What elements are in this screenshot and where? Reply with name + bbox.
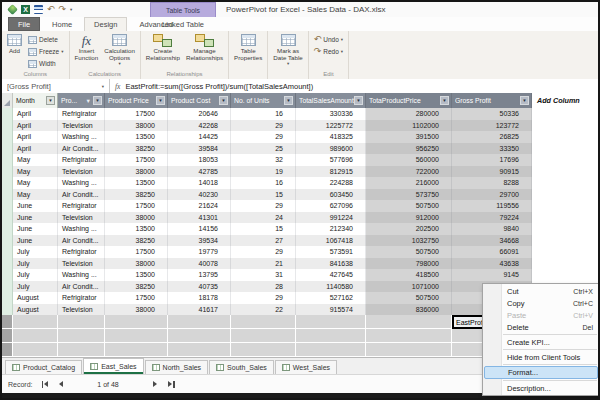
- cell-total_sales_amount[interactable]: 573591: [296, 246, 366, 258]
- cell-units[interactable]: 15: [231, 189, 296, 201]
- cell-month[interactable]: April: [13, 143, 58, 155]
- ribbon-button-mark-as-date-table[interactable]: Mark asDate Table▾: [271, 33, 304, 68]
- calc-cell[interactable]: [231, 315, 296, 329]
- cell-total_sales_amount[interactable]: 418325: [296, 131, 366, 143]
- cell-gross_profit[interactable]: 43638: [452, 258, 532, 270]
- row-selector[interactable]: [2, 143, 13, 155]
- cell-product_cost[interactable]: 40230: [168, 189, 231, 201]
- cell-product_cost[interactable]: 41617: [168, 304, 231, 316]
- calc-row-selector[interactable]: [2, 315, 13, 329]
- cell-product_cost[interactable]: 20646: [168, 108, 231, 120]
- tab-design[interactable]: Design: [84, 17, 127, 31]
- cell-units[interactable]: 22: [231, 304, 296, 316]
- cell-gross_profit[interactable]: 66091: [452, 246, 532, 258]
- cell-product_price[interactable]: 38250: [105, 235, 168, 247]
- cell-product[interactable]: Television: [58, 258, 105, 270]
- cell-product[interactable]: Washing ...: [58, 269, 105, 281]
- row-selector[interactable]: [2, 108, 13, 120]
- add-column-cell[interactable]: [532, 131, 598, 143]
- calc-cell[interactable]: [105, 343, 168, 357]
- tab-home[interactable]: Home: [43, 17, 81, 31]
- cell-total_sales_amount[interactable]: 991224: [296, 212, 366, 224]
- sheet-tab-west-sales[interactable]: West_Sales: [275, 360, 337, 374]
- cell-month[interactable]: July: [13, 281, 58, 293]
- cell-month[interactable]: July: [13, 258, 58, 270]
- cell-product[interactable]: Washing ...: [58, 131, 105, 143]
- cell-gross_profit[interactable]: 33350: [452, 143, 532, 155]
- cell-units[interactable]: 29: [231, 120, 296, 132]
- calc-cell[interactable]: [366, 329, 452, 343]
- cell-month[interactable]: June: [13, 212, 58, 224]
- cell-units[interactable]: 31: [231, 269, 296, 281]
- row-selector[interactable]: [2, 292, 13, 304]
- cell-total_product_price[interactable]: 798000: [366, 258, 452, 270]
- cell-product_cost[interactable]: 21624: [168, 200, 231, 212]
- cell-product_price[interactable]: 38000: [105, 166, 168, 178]
- calc-cell[interactable]: [296, 315, 366, 329]
- cell-product_price[interactable]: 17500: [105, 108, 168, 120]
- cell-gross_profit[interactable]: 50336: [452, 108, 532, 120]
- add-column-cell[interactable]: [532, 177, 598, 189]
- cell-product_price[interactable]: 38000: [105, 258, 168, 270]
- calc-cell[interactable]: [105, 315, 168, 329]
- cell-product[interactable]: Refrigirator: [58, 200, 105, 212]
- cell-product_price[interactable]: 38250: [105, 143, 168, 155]
- menu-item-hide-from-client-tools[interactable]: Hide from Client Tools: [483, 351, 599, 363]
- row-selector[interactable]: [2, 177, 13, 189]
- cell-units[interactable]: 32: [231, 154, 296, 166]
- cell-product_price[interactable]: 38000: [105, 212, 168, 224]
- cell-product_price[interactable]: 13500: [105, 177, 168, 189]
- cell-product_price[interactable]: 17500: [105, 154, 168, 166]
- cell-product_price[interactable]: 17500: [105, 292, 168, 304]
- cell-total_sales_amount[interactable]: 915574: [296, 304, 366, 316]
- column-dropdown-icon[interactable]: ▼: [440, 96, 449, 105]
- cell-product_cost[interactable]: 40735: [168, 281, 231, 293]
- ribbon-button-delete[interactable]: Delete: [26, 34, 66, 45]
- ribbon-button-table-properties[interactable]: TableProperties: [232, 33, 264, 61]
- select-all-corner[interactable]: [2, 93, 13, 108]
- row-selector[interactable]: [2, 235, 13, 247]
- cell-total_sales_amount[interactable]: 841638: [296, 258, 366, 270]
- cell-total_product_price[interactable]: 1032750: [366, 235, 452, 247]
- calc-cell[interactable]: [168, 329, 231, 343]
- column-dropdown-icon[interactable]: ▼: [520, 96, 529, 105]
- cell-month[interactable]: May: [13, 177, 58, 189]
- first-record-button[interactable]: [40, 379, 51, 389]
- column-header-product_price[interactable]: Product Price▼: [105, 93, 168, 108]
- add-column-header[interactable]: Add Column: [532, 93, 598, 108]
- row-selector[interactable]: [2, 200, 13, 212]
- calc-cell[interactable]: [366, 315, 452, 329]
- cell-total_product_price[interactable]: 216000: [366, 177, 452, 189]
- cell-total_product_price[interactable]: 722000: [366, 166, 452, 178]
- column-dropdown-icon[interactable]: ▼: [284, 96, 293, 105]
- calc-row-selector[interactable]: [2, 343, 13, 357]
- row-selector[interactable]: [2, 212, 13, 224]
- cell-product[interactable]: Refrigirator: [58, 246, 105, 258]
- cell-total_sales_amount[interactable]: 1140580: [296, 281, 366, 293]
- column-dropdown-icon[interactable]: ▼: [93, 96, 102, 105]
- calc-cell[interactable]: [13, 343, 58, 357]
- ribbon-button-add[interactable]: Add: [5, 33, 24, 55]
- cell-month[interactable]: April: [13, 108, 58, 120]
- cell-month[interactable]: May: [13, 166, 58, 178]
- cell-gross_profit[interactable]: 34668: [452, 235, 532, 247]
- cell-units[interactable]: 25: [231, 143, 296, 155]
- cell-product[interactable]: Television: [58, 304, 105, 316]
- sheet-tab-product-catalog[interactable]: Product_Catalog: [5, 360, 82, 374]
- cell-product_price[interactable]: 13500: [105, 131, 168, 143]
- qat-menu-icon[interactable]: ▾: [70, 7, 72, 12]
- cell-total_sales_amount[interactable]: 1225772: [296, 120, 366, 132]
- cell-product_price[interactable]: 17500: [105, 246, 168, 258]
- column-dropdown-icon[interactable]: ▼: [219, 96, 228, 105]
- cell-month[interactable]: June: [13, 235, 58, 247]
- cell-total_sales_amount[interactable]: 330336: [296, 108, 366, 120]
- calc-cell[interactable]: [58, 343, 105, 357]
- formula-input[interactable]: EastProfit:=sum([Gross Profit])/sum([Tot…: [125, 82, 598, 91]
- cell-units[interactable]: 15: [231, 223, 296, 235]
- row-selector[interactable]: [2, 304, 13, 316]
- add-column-cell[interactable]: [532, 200, 598, 212]
- cell-gross_profit[interactable]: 119556: [452, 200, 532, 212]
- column-header-month[interactable]: Month▼: [13, 93, 58, 108]
- cell-product_cost[interactable]: 40078: [168, 258, 231, 270]
- calc-cell[interactable]: [296, 329, 366, 343]
